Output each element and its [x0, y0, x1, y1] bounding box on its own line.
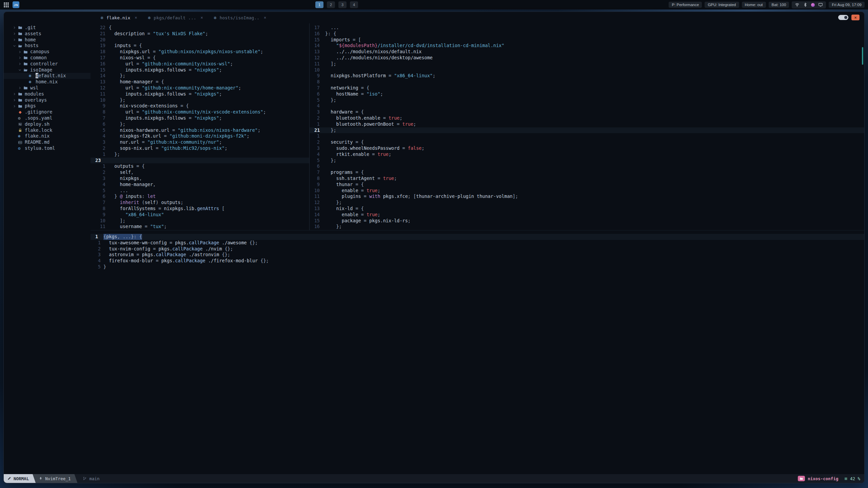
code-token: "github:nix-community/home-manager" [142, 85, 238, 90]
code-line: 6 } @ inputs: let [91, 194, 309, 200]
tree-item-home[interactable]: home [4, 37, 91, 43]
tree-item--git[interactable]: .git [4, 25, 91, 31]
tab-hosts-isoimag-[interactable]: ❄hosts/isoImag..× [209, 12, 272, 23]
tree-item-deploy-sh[interactable]: deploy.sh [4, 121, 91, 127]
code-token: = [189, 67, 194, 73]
tree-item-default-nix[interactable]: ❄default.nix [4, 73, 91, 79]
tree-item-flake-nix[interactable]: ❄flake.nix [4, 133, 91, 139]
code-token: pkgs. [161, 258, 175, 263]
tab-flake-nix[interactable]: ❄flake.nix× [95, 12, 143, 23]
accent-dot-icon[interactable] [811, 3, 815, 7]
tree-item-label: home [25, 37, 36, 43]
code-token: plugins [325, 194, 364, 199]
tree-item-label: stylua.toml [25, 145, 55, 151]
code-token: username [109, 224, 145, 229]
line-number: 5 [310, 97, 320, 103]
tree-item-isoimage[interactable]: isoImage [4, 67, 91, 73]
tree-item-assets[interactable]: assets [4, 31, 91, 37]
code-line: 2 bluetooth.enable = true; [310, 115, 864, 121]
tree-item-flake-lock[interactable]: flake.lock [4, 127, 91, 134]
tree-item-modules[interactable]: modules [4, 91, 91, 97]
app-grid-icon[interactable] [3, 2, 9, 8]
code-text: ]; [109, 218, 125, 224]
line-number: 9 [310, 73, 320, 79]
bluetooth-icon[interactable] [803, 2, 808, 7]
tab-label: hosts/isoImag.. [220, 15, 259, 20]
folder-icon [23, 62, 29, 66]
code-token: ; [205, 31, 208, 36]
arrow-spacer [13, 122, 18, 126]
workspace-button-4[interactable]: 4 [350, 1, 358, 8]
code-token: firefox-mod-blur [103, 258, 156, 263]
line-number: 10 [91, 97, 105, 103]
line-number: 7 [310, 85, 320, 91]
editor-pane-pkgs[interactable]: 1{pkgs, ...}: {1 tux-awesome-wm-config =… [91, 230, 864, 474]
code-line: 7 programs = { [310, 169, 864, 176]
code-token: }; [325, 224, 342, 229]
code-token: = [158, 206, 164, 211]
code-token: pkgs. [159, 246, 173, 251]
tree-item-hosts[interactable]: hosts [4, 43, 91, 49]
tab-close-icon[interactable]: × [264, 15, 266, 20]
display-icon[interactable] [818, 2, 823, 7]
line-number: 4 [310, 151, 320, 158]
chevron-right-icon [18, 86, 23, 90]
line-number: 15 [310, 218, 320, 224]
code-token: false [408, 145, 422, 151]
editor-pane-iso[interactable]: 17 ...16}: {15 imports = [14 "${modulesP… [309, 23, 864, 230]
code-text: ../../modules/nixos/desktop/awesome [325, 55, 433, 61]
tree-item-canopus[interactable]: canopus [4, 49, 91, 55]
nix-snowflake-icon: ❄ [101, 15, 103, 20]
code-text: }; [109, 151, 120, 158]
code-token: tux-nvim-config [103, 246, 153, 251]
window-close-button[interactable]: × [851, 15, 860, 20]
code-token: true [389, 115, 400, 121]
code-token: nix-vscode-extensions [109, 103, 180, 108]
tree-item--gitignore[interactable]: .gitignore [4, 109, 91, 115]
code-text: tux-awesome-wm-config = pkgs.callPackage… [103, 240, 258, 246]
tree-item-pkgs[interactable]: pkgs [4, 103, 91, 109]
tree-item-readme-md[interactable]: README.md [4, 139, 91, 145]
code-line: 5 }; [310, 97, 864, 103]
editor-pane-flake[interactable]: 22{21 description = "tux's NixOS Flake";… [91, 23, 309, 230]
line-number: 6 [310, 91, 320, 97]
tree-item-wsl[interactable]: wsl [4, 85, 91, 91]
tree-item--sops-yaml[interactable]: ⚙.sops.yaml [4, 115, 91, 121]
tab-close-icon[interactable]: × [201, 15, 203, 20]
code-token: url [109, 61, 136, 66]
tree-item-common[interactable]: common [4, 55, 91, 61]
tree-item-home-nix[interactable]: ❄home.nix [4, 79, 91, 85]
toggle-icon[interactable] [838, 15, 848, 20]
code-token: = { [156, 79, 164, 84]
code-line: 21 }; [310, 127, 864, 134]
tree-item-overlays[interactable]: overlays [4, 97, 91, 103]
code-line: 15 inputs.nixpkgs.follows = "nixpkgs"; [91, 67, 309, 73]
code-token: "x86_64-linux" [109, 212, 164, 217]
code-token: genAttrs [197, 206, 219, 211]
logo-badge[interactable]: JN [13, 1, 19, 8]
workspace-button-1[interactable]: 1 [315, 1, 323, 8]
code-token: pkgs.nix-ld-rs [369, 218, 408, 223]
code-line: 1{pkgs, ...}: { [91, 234, 864, 240]
folder-icon [18, 98, 24, 102]
statusline: NORMAL NvimTree_1 main nixos-config ≡ 42… [4, 474, 864, 483]
scroll-position: 42 % [850, 476, 860, 481]
wifi-icon[interactable] [795, 2, 800, 7]
code-line: 20 [91, 37, 309, 43]
code-token: = [142, 139, 147, 145]
arrow-spacer [13, 116, 18, 120]
code-text: "${modulesPath}/installer/cd-dvd/install… [325, 43, 504, 49]
workspace-button-2[interactable]: 2 [327, 1, 335, 8]
tab-close-icon[interactable]: × [135, 15, 137, 20]
code-line: 1 outputs = { [91, 163, 309, 169]
code-token: = [ [353, 37, 361, 42]
code-token: ; [260, 49, 263, 54]
tree-item-stylua-toml[interactable]: ⚙stylua.toml [4, 145, 91, 151]
tree-item-controller[interactable]: controller [4, 61, 91, 67]
code-text: nixpkgs-f2k.url = "github:moni-dz/nixpkg… [109, 133, 250, 139]
code-token: , ...}: { [117, 234, 142, 239]
workspace-button-3[interactable]: 3 [338, 1, 347, 8]
scrollbar-thumb[interactable] [862, 47, 863, 65]
tab-pkgs-default-[interactable]: ❄pkgs/default ...× [143, 12, 209, 23]
code-line: 15 imports = [ [310, 37, 864, 43]
